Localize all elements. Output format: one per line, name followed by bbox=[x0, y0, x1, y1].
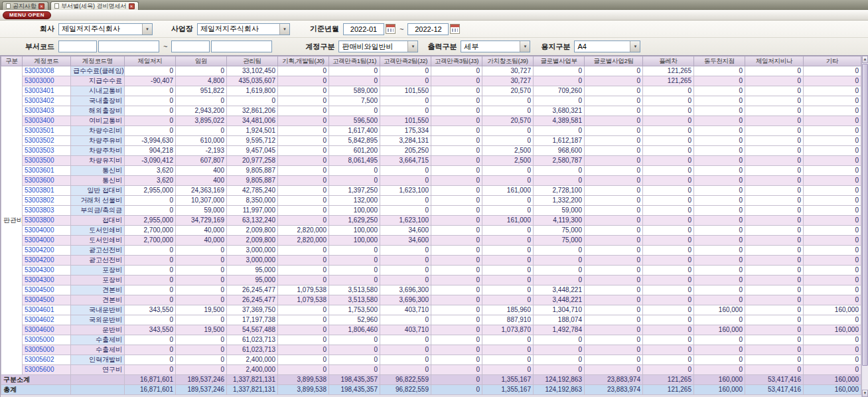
value-cell[interactable]: 0 bbox=[745, 226, 804, 236]
value-cell[interactable]: 0 bbox=[804, 216, 861, 226]
value-cell[interactable]: 0 bbox=[176, 285, 227, 295]
value-cell[interactable]: 0 bbox=[804, 355, 861, 365]
value-cell[interactable]: 3,000,000 bbox=[227, 246, 278, 256]
value-cell[interactable]: 0 bbox=[380, 355, 431, 365]
value-cell[interactable]: 0 bbox=[125, 315, 176, 325]
value-cell[interactable]: 0 bbox=[482, 256, 534, 266]
table-row[interactable]: 53004000도서인쇄비2,700,00040,0002,009,8002,8… bbox=[1, 236, 861, 246]
value-cell[interactable]: 17,197,738 bbox=[227, 315, 278, 325]
value-cell[interactable]: 63,132,240 bbox=[227, 216, 278, 226]
value-cell[interactable]: 0 bbox=[643, 305, 694, 315]
value-cell[interactable]: 3,284,131 bbox=[380, 136, 431, 146]
table-row[interactable]: 53003803부의금/축의금059,00011,997,0000100,000… bbox=[1, 206, 861, 216]
value-cell[interactable]: 2,009,800 bbox=[227, 236, 278, 246]
account-code-cell[interactable]: 53004200 bbox=[23, 256, 71, 266]
value-cell[interactable]: 0 bbox=[694, 216, 745, 226]
account-code-cell[interactable]: 53003502 bbox=[23, 136, 71, 146]
value-cell[interactable]: 0 bbox=[694, 166, 745, 176]
value-cell[interactable]: 0 bbox=[431, 156, 482, 166]
value-cell[interactable]: 1,079,538 bbox=[278, 295, 329, 305]
close-icon[interactable]: × bbox=[129, 3, 135, 9]
value-cell[interactable]: 160,000 bbox=[804, 305, 861, 315]
account-code-cell[interactable]: 53005602 bbox=[23, 355, 71, 365]
value-cell[interactable]: -2,193 bbox=[176, 146, 227, 156]
account-code-cell[interactable]: 53003400 bbox=[23, 116, 71, 126]
value-cell[interactable]: 160,000 bbox=[694, 325, 745, 335]
table-row[interactable]: 53003500차량유지비-3,090,412607,80720,977,258… bbox=[1, 156, 861, 166]
account-name-cell[interactable]: 수출제비 bbox=[71, 345, 125, 355]
value-cell[interactable]: 0 bbox=[534, 276, 585, 285]
value-cell[interactable]: 0 bbox=[125, 276, 176, 285]
value-cell[interactable]: 3,664,715 bbox=[380, 156, 431, 166]
value-cell[interactable]: 0 bbox=[482, 295, 534, 305]
value-cell[interactable]: 0 bbox=[694, 106, 745, 116]
value-cell[interactable]: 0 bbox=[804, 176, 861, 186]
value-cell[interactable]: 0 bbox=[585, 126, 643, 136]
value-cell[interactable]: 0 bbox=[176, 295, 227, 305]
value-cell[interactable]: 0 bbox=[125, 345, 176, 355]
value-cell[interactable]: 0 bbox=[804, 266, 861, 276]
value-cell[interactable]: 0 bbox=[643, 315, 694, 325]
value-cell[interactable]: 0 bbox=[278, 315, 329, 325]
value-cell[interactable]: 0 bbox=[585, 345, 643, 355]
value-cell[interactable]: 75,000 bbox=[534, 226, 585, 236]
value-cell[interactable]: 0 bbox=[694, 66, 745, 76]
value-cell[interactable]: 0 bbox=[278, 166, 329, 176]
value-cell[interactable]: 95,000 bbox=[227, 266, 278, 276]
value-cell[interactable]: 0 bbox=[694, 246, 745, 256]
value-cell[interactable]: 2,943,200 bbox=[176, 106, 227, 116]
value-cell[interactable]: 0 bbox=[329, 66, 380, 76]
value-cell[interactable]: 0 bbox=[125, 365, 176, 375]
value-cell[interactable]: 0 bbox=[482, 96, 534, 106]
value-cell[interactable]: 0 bbox=[176, 256, 227, 266]
value-cell[interactable]: 0 bbox=[125, 256, 176, 266]
value-cell[interactable]: 3,513,580 bbox=[329, 285, 380, 295]
account-name-cell[interactable]: 차량수리비 bbox=[71, 126, 125, 136]
value-cell[interactable]: 0 bbox=[804, 295, 861, 305]
value-cell[interactable]: 0 bbox=[694, 186, 745, 196]
value-cell[interactable]: 0 bbox=[694, 176, 745, 186]
value-cell[interactable]: 0 bbox=[585, 335, 643, 345]
value-cell[interactable]: 0 bbox=[585, 136, 643, 146]
value-cell[interactable]: 0 bbox=[745, 86, 804, 96]
value-cell[interactable]: 0 bbox=[745, 96, 804, 106]
value-cell[interactable]: 0 bbox=[585, 246, 643, 256]
account-code-cell[interactable]: 53004601 bbox=[23, 305, 71, 315]
value-cell[interactable]: 3,680,321 bbox=[534, 106, 585, 116]
value-cell[interactable]: 0 bbox=[431, 226, 482, 236]
value-cell[interactable]: 0 bbox=[585, 206, 643, 216]
value-cell[interactable]: 0 bbox=[643, 86, 694, 96]
scrollbar-track[interactable] bbox=[862, 366, 868, 390]
account-name-cell[interactable]: 해외출장비 bbox=[71, 106, 125, 116]
account-code-cell[interactable]: 53004300 bbox=[23, 266, 71, 276]
value-cell[interactable]: 0 bbox=[804, 106, 861, 116]
table-row[interactable]: 53003503차량주차비904,218-2,1939,457,0450601,… bbox=[1, 146, 861, 156]
value-cell[interactable]: 0 bbox=[534, 345, 585, 355]
value-cell[interactable]: 8,350,000 bbox=[227, 196, 278, 206]
value-cell[interactable]: 52,960 bbox=[329, 315, 380, 325]
value-cell[interactable]: 403,710 bbox=[380, 305, 431, 315]
value-cell[interactable]: 2,700,000 bbox=[125, 226, 176, 236]
value-cell[interactable]: 0 bbox=[278, 256, 329, 266]
table-row[interactable]: 53003802거래처 선물비010,307,0008,350,0000132,… bbox=[1, 196, 861, 206]
account-name-cell[interactable]: 일반 접대비 bbox=[71, 186, 125, 196]
tab-expense-report[interactable]: 부서별(세목) 경비명세서 × bbox=[50, 1, 139, 10]
value-cell[interactable]: 0 bbox=[643, 116, 694, 126]
value-cell[interactable]: 0 bbox=[804, 76, 861, 86]
value-cell[interactable]: 0 bbox=[745, 196, 804, 206]
value-cell[interactable]: 0 bbox=[534, 256, 585, 266]
value-cell[interactable]: 0 bbox=[694, 196, 745, 206]
value-cell[interactable]: 0 bbox=[176, 96, 227, 106]
account-name-cell[interactable]: 도서인쇄비 bbox=[71, 236, 125, 246]
value-cell[interactable]: 0 bbox=[278, 156, 329, 166]
value-cell[interactable]: 607,807 bbox=[176, 156, 227, 166]
value-cell[interactable]: 3,620 bbox=[125, 166, 176, 176]
value-cell[interactable]: 0 bbox=[643, 295, 694, 305]
paper-type-select[interactable]: A4 ▼ bbox=[574, 40, 640, 52]
account-code-cell[interactable]: 53003501 bbox=[23, 126, 71, 136]
value-cell[interactable]: 3,448,221 bbox=[534, 285, 585, 295]
table-row[interactable]: 53003502차량주유비-3,994,630610,0009,595,7120… bbox=[1, 136, 861, 146]
value-cell[interactable]: 0 bbox=[745, 246, 804, 256]
value-cell[interactable]: 0 bbox=[482, 126, 534, 136]
value-cell[interactable]: 0 bbox=[431, 266, 482, 276]
